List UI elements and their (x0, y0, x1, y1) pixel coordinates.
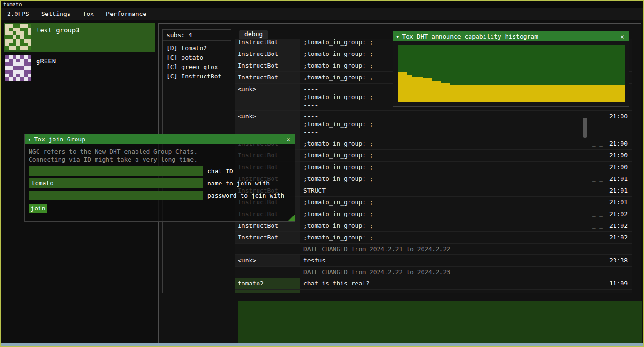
timestamp (606, 267, 632, 278)
join-name-label: name to join with (207, 180, 270, 187)
delivery-marks: _ _ (590, 138, 606, 149)
timestamp: 21:00 (606, 150, 632, 161)
timestamp: 23:38 (606, 255, 632, 266)
chat-message-row[interactable]: tomato2bot, are you new here?_ _11:14 (235, 290, 632, 293)
app-window: tomato 2.0FPSSettingsToxPerformance test… (0, 0, 644, 347)
close-icon[interactable]: × (619, 33, 626, 40)
histogram-bar (398, 72, 407, 102)
window-bottom-edge (1, 343, 643, 346)
delivery-marks: _ _ (590, 150, 606, 161)
message-text: testus (300, 255, 590, 266)
chat-id-row: chat ID (29, 166, 291, 176)
date-changed-text: DATE CHANGED from 2024.2.22 to 2024.2.23 (300, 267, 590, 278)
date-separator-row[interactable]: DATE CHANGED from 2024.2.21 to 2024.2.22 (235, 244, 632, 255)
join-password-label: password to join with (207, 192, 284, 199)
delivery-marks: _ _ (590, 197, 606, 208)
date-changed-text: DATE CHANGED from 2024.2.21 to 2024.2.22 (300, 244, 590, 254)
ngc-info-line-2: Connecting via ID might take a very long… (29, 155, 291, 163)
histogram-bar (432, 81, 441, 102)
sender-name (235, 267, 300, 278)
histogram-bar (407, 75, 412, 102)
timestamp: 21:02 (606, 220, 632, 231)
sender-name: tomato2 (235, 290, 300, 293)
histogram-window-titlebar[interactable]: ▼ Tox DHT announce capability histogram … (393, 31, 629, 41)
menu-item-performance[interactable]: Performance (100, 8, 152, 20)
chat-message-row[interactable]: InstructBot;tomato_in_group: ;_ _21:02 (235, 220, 632, 232)
chat-id-input[interactable] (29, 166, 203, 176)
close-icon[interactable]: × (285, 136, 292, 143)
sender-name: <unk> (235, 255, 300, 266)
message-text: ;tomato_in_group: ; (300, 162, 590, 173)
sender-name: InstructBot (235, 48, 300, 60)
message-text: ---- ;tomato_in_group: ; ---- (300, 111, 590, 138)
resize-grip-icon[interactable] (288, 215, 295, 221)
delivery-marks: _ _ (590, 185, 606, 196)
delivery-marks: _ _ (590, 255, 606, 266)
menubar: 2.0FPSSettingsToxPerformance (1, 8, 643, 20)
menu-item-tox[interactable]: Tox (77, 8, 100, 20)
sender-name: InstructBot (235, 39, 300, 48)
subs-member[interactable]: [C] potato (163, 53, 231, 62)
sidebar-group-gREEN[interactable]: gREEN (4, 54, 155, 83)
delivery-marks: _ _ (590, 290, 606, 293)
subs-member[interactable]: [D] tomato2 (163, 44, 231, 53)
tox-join-group-window: ▼ Tox join Group × NGC refers to the New… (24, 134, 295, 222)
join-name-row: tomato name to join with (29, 178, 291, 188)
join-name-input[interactable]: tomato (29, 178, 203, 188)
timestamp: 11:14 (606, 290, 632, 293)
group-name-label: gREEN (36, 57, 56, 65)
timestamp: 21:00 (606, 162, 632, 173)
dht-histogram-window: ▼ Tox DHT announce capability histogram … (393, 31, 629, 107)
group-avatar (5, 55, 31, 81)
ngc-info-line-1: NGC refers to the New DHT enabled Group … (29, 147, 291, 155)
histogram-bar (441, 83, 450, 102)
delivery-marks: _ _ (590, 173, 606, 185)
date-separator-row[interactable]: DATE CHANGED from 2024.2.22 to 2024.2.23 (235, 267, 632, 278)
window-titlebar[interactable]: tomato (1, 1, 643, 8)
delivery-marks: _ _ (590, 208, 606, 220)
message-text: bot, are you new here? (300, 290, 590, 293)
timestamp: 21:01 (606, 185, 632, 196)
delivery-marks: _ _ (590, 162, 606, 173)
group-sidebar: test_group3gREEN (4, 23, 155, 85)
sender-name: InstructBot (235, 232, 300, 243)
message-text: ;tomato_in_group: ; (300, 150, 590, 161)
delivery-marks (590, 244, 606, 254)
histogram-bar (412, 77, 423, 102)
chat-message-row[interactable]: tomato2chat is this real?_ _11:09 (235, 278, 632, 290)
chat-scrollbar[interactable] (583, 118, 587, 138)
group-avatar (5, 24, 31, 50)
message-input[interactable] (238, 301, 642, 343)
join-button[interactable]: join (29, 204, 47, 213)
sidebar-group-test_group3[interactable]: test_group3 (4, 23, 155, 52)
subs-member-list: [D] tomato2[C] potato[C] green_qtox[C] I… (163, 41, 231, 81)
tab-debug[interactable]: debug (239, 30, 268, 39)
chat-message-row[interactable]: InstructBot;tomato_in_group: ;_ _21:02 (235, 232, 632, 244)
group-name-label: test_group3 (36, 26, 80, 34)
message-text: ;tomato_in_group: ; (300, 138, 590, 149)
message-text: ;tomato_in_group: ; (300, 173, 590, 185)
join-password-input[interactable] (29, 191, 203, 200)
dht-capability-histogram-plot (398, 45, 625, 102)
histogram-bar (423, 78, 432, 102)
subs-count-header: subs: 4 (163, 30, 231, 41)
collapse-arrow-icon[interactable]: ▼ (28, 137, 30, 142)
sender-name: InstructBot (235, 220, 300, 231)
delivery-marks (590, 267, 606, 278)
menu-item-settings[interactable]: Settings (35, 8, 77, 20)
timestamp: 21:01 (606, 197, 632, 208)
join-window-titlebar[interactable]: ▼ Tox join Group × (25, 134, 295, 144)
timestamp: 21:02 (606, 232, 632, 243)
delivery-marks: _ _ (590, 111, 606, 138)
chat-id-label: chat ID (207, 168, 233, 175)
sender-name (235, 244, 300, 254)
subs-member[interactable]: [C] green_qtox (163, 62, 231, 72)
subs-member[interactable]: [C] InstructBot (163, 72, 231, 81)
timestamp: 21:02 (606, 208, 632, 220)
chat-message-row[interactable]: <unk>testus_ _23:38 (235, 255, 632, 267)
message-text: STRUCT (300, 185, 590, 196)
sender-name: tomato2 (235, 278, 300, 289)
collapse-arrow-icon[interactable]: ▼ (396, 34, 399, 39)
timestamp: 21:00 (606, 111, 632, 138)
menu-item-2.0fps: 2.0FPS (1, 8, 35, 20)
